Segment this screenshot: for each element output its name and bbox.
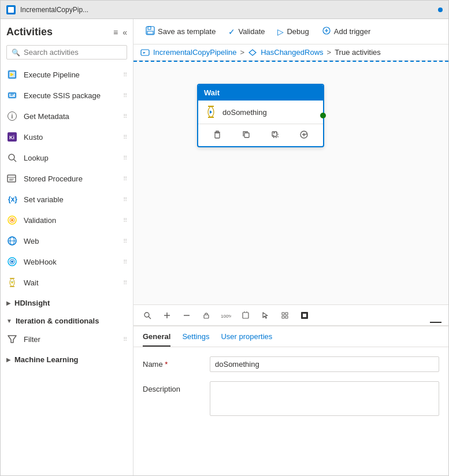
validate-icon: ✓ bbox=[228, 27, 235, 36]
canvas-zoom-in-button[interactable] bbox=[160, 308, 174, 322]
description-field-row: Description bbox=[143, 381, 439, 416]
svg-text:100%: 100% bbox=[221, 314, 231, 319]
web-label: Web bbox=[24, 237, 39, 246]
add-success-button[interactable] bbox=[296, 127, 312, 143]
delete-activity-button[interactable] bbox=[209, 127, 225, 143]
set-variable-icon: {x} bbox=[6, 194, 18, 205]
breadcrumb-pipeline[interactable]: IncrementalCopyPipeline bbox=[153, 48, 237, 57]
sidebar-header: Activities ≡ « bbox=[1, 19, 133, 43]
breadcrumb-activity[interactable]: HasChangedRows bbox=[261, 48, 323, 57]
activity-item-get-metadata[interactable]: i Get Metadata ⠿ bbox=[1, 106, 133, 127]
node-header: Wait bbox=[198, 85, 323, 101]
svg-rect-47 bbox=[282, 313, 284, 315]
svg-rect-32 bbox=[215, 133, 220, 138]
add-trigger-icon bbox=[322, 26, 331, 37]
drag-handle-kusto: ⠿ bbox=[123, 134, 127, 140]
canvas-zoom-out-button[interactable] bbox=[180, 308, 194, 322]
svg-rect-50 bbox=[285, 316, 288, 318]
debug-label: Debug bbox=[287, 27, 309, 36]
execute-pipeline-label: Execute Pipeline bbox=[24, 70, 80, 79]
activity-item-execute-pipeline[interactable]: Execute Pipeline ⠿ bbox=[1, 64, 133, 85]
add-trigger-button[interactable]: Add trigger bbox=[317, 23, 376, 40]
activity-node[interactable]: Wait doSomething bbox=[197, 84, 324, 147]
svg-point-23 bbox=[11, 281, 13, 284]
description-input[interactable] bbox=[210, 381, 439, 416]
activity-item-wait[interactable]: Wait ⠿ bbox=[1, 272, 133, 293]
name-field-row: Name * bbox=[143, 356, 439, 372]
right-panel: Save as template ✓ Validate ▷ Debug bbox=[133, 19, 448, 475]
description-label: Description bbox=[143, 381, 201, 393]
save-template-label: Save as template bbox=[158, 27, 216, 36]
ml-label: Machine Learning bbox=[14, 355, 79, 364]
svg-rect-49 bbox=[282, 316, 284, 318]
chevron-iteration: ▼ bbox=[6, 318, 12, 324]
canvas-theme-button[interactable] bbox=[298, 308, 311, 322]
canvas-fit-button[interactable] bbox=[239, 308, 253, 322]
section-hdinsight[interactable]: ▶ HDInsight bbox=[1, 293, 133, 311]
svg-marker-30 bbox=[249, 50, 256, 55]
sidebar-controls: ≡ « bbox=[113, 28, 127, 37]
canvas-area[interactable]: Wait doSomething bbox=[133, 61, 448, 304]
activity-item-stored-procedure[interactable]: Stored Procedure ⠿ bbox=[1, 168, 133, 189]
svg-text:{x}: {x} bbox=[8, 195, 17, 203]
ssis-label: Execute SSIS package bbox=[24, 91, 101, 100]
activity-item-lookup[interactable]: Lookup ⠿ bbox=[1, 147, 133, 168]
copy-activity-button[interactable] bbox=[267, 127, 283, 143]
canvas-100-percent-button[interactable]: 100% bbox=[219, 308, 233, 322]
drag-handle-stored: ⠿ bbox=[123, 176, 127, 182]
app-window: IncrementalCopyPip... Activities ≡ « 🔍 bbox=[0, 0, 449, 476]
svg-rect-26 bbox=[148, 27, 151, 29]
tab-general[interactable]: General bbox=[143, 326, 170, 347]
name-input[interactable] bbox=[210, 356, 439, 372]
svg-line-8 bbox=[14, 159, 16, 162]
svg-rect-34 bbox=[272, 132, 277, 136]
activity-item-webhook[interactable]: WebHook ⠿ bbox=[1, 251, 133, 272]
lookup-label: Lookup bbox=[24, 154, 49, 162]
resize-handle[interactable] bbox=[430, 322, 441, 323]
tab-user-properties[interactable]: User properties bbox=[221, 326, 272, 347]
drag-handle-lookup: ⠿ bbox=[123, 155, 127, 161]
canvas-lock-button[interactable] bbox=[199, 308, 213, 322]
search-input[interactable] bbox=[24, 48, 122, 57]
stored-procedure-label: Stored Procedure bbox=[24, 174, 83, 183]
activity-item-validation[interactable]: Validation ⠿ bbox=[1, 210, 133, 230]
drag-handle-variable: ⠿ bbox=[123, 196, 127, 203]
svg-text:Ki: Ki bbox=[9, 135, 14, 140]
save-template-button[interactable]: Save as template bbox=[140, 23, 221, 40]
canvas-toolbar: 100% bbox=[133, 304, 448, 325]
section-ml[interactable]: ▶ Machine Learning bbox=[1, 349, 133, 367]
collapse-icon[interactable]: « bbox=[123, 28, 127, 37]
debug-button[interactable]: ▷ Debug bbox=[272, 24, 314, 40]
toolbar: Save as template ✓ Validate ▷ Debug bbox=[133, 19, 448, 44]
unsaved-dot bbox=[438, 8, 443, 12]
execute-pipeline-icon bbox=[6, 69, 18, 80]
web-icon bbox=[6, 235, 18, 247]
canvas-layout-button[interactable] bbox=[278, 308, 292, 322]
activity-item-kusto[interactable]: Ki Kusto ⠿ bbox=[1, 127, 133, 147]
svg-rect-48 bbox=[285, 313, 288, 315]
activity-item-web[interactable]: Web ⠿ bbox=[1, 230, 133, 251]
wait-label: Wait bbox=[24, 278, 39, 287]
validate-label: Validate bbox=[238, 27, 265, 36]
app-icon bbox=[6, 5, 16, 14]
activity-item-filter[interactable]: Filter ⠿ bbox=[1, 329, 133, 349]
canvas-search-button[interactable] bbox=[140, 308, 154, 322]
wait-icon bbox=[6, 277, 18, 288]
canvas-select-button[interactable] bbox=[258, 308, 272, 322]
validate-button[interactable]: ✓ Validate bbox=[223, 24, 270, 40]
section-iteration[interactable]: ▼ Iteration & conditionals bbox=[1, 311, 133, 329]
properties-content: Name * Description bbox=[133, 347, 448, 475]
tab-settings[interactable]: Settings bbox=[182, 326, 209, 347]
activity-item-execute-ssis[interactable]: Execute SSIS package ⠿ bbox=[1, 85, 133, 106]
svg-point-37 bbox=[144, 313, 149, 317]
debug-icon: ▷ bbox=[277, 27, 284, 36]
svg-rect-44 bbox=[243, 313, 248, 318]
node-activity-name: doSomething bbox=[222, 108, 267, 117]
metadata-icon: i bbox=[6, 110, 18, 122]
activity-item-set-variable[interactable]: {x} Set variable ⠿ bbox=[1, 189, 133, 210]
webhook-icon bbox=[6, 256, 18, 267]
clone-activity-button[interactable] bbox=[238, 127, 254, 143]
minimize-icon[interactable]: ≡ bbox=[113, 28, 118, 37]
svg-point-7 bbox=[9, 154, 14, 160]
svg-line-38 bbox=[149, 317, 151, 319]
